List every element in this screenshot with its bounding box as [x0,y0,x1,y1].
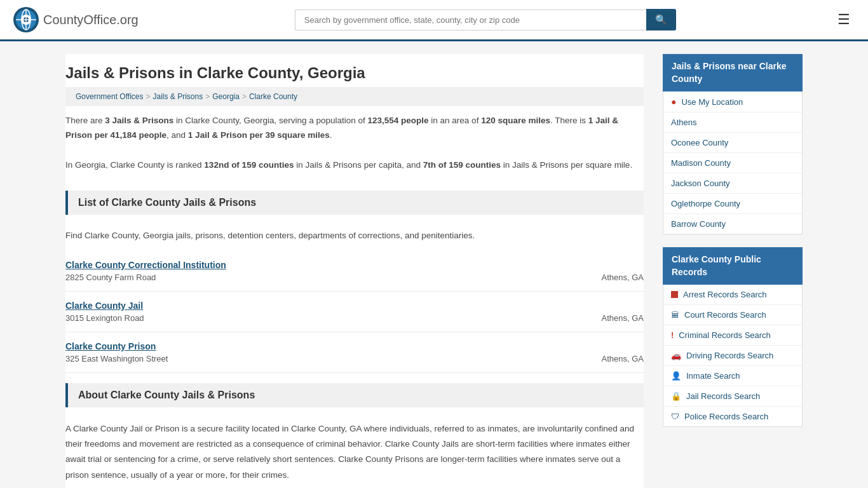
facility-address-2: 3015 Lexington Road Athens, GA [65,313,644,323]
search-bar: 🔍 [295,9,676,30]
content-area: Jails & Prisons in Clarke County, Georgi… [65,54,644,488]
oconee-link[interactable]: Oconee County [663,133,802,152]
intro-bold-6: 132nd of 159 counties [204,160,294,170]
intro-bold-3: 120 square miles [481,116,550,125]
logo-area: CountyOffice.org [13,6,139,33]
police-records-icon: 🛡 [671,412,679,421]
intro-bold-1: 3 Jails & Prisons [105,116,173,125]
nearby-section: Jails & Prisons near Clarke County ● Use… [663,54,803,234]
criminal-label: Criminal Records Search [679,330,771,340]
facility-item-2: Clarke County Jail 3015 Lexington Road A… [65,292,644,332]
nearby-title: Jails & Prisons near Clarke County [663,54,803,92]
intro-text-8: in Jails & Prisons per capita, and [294,160,423,170]
driving-label: Driving Records Search [686,351,773,360]
records-list: Arrest Records Search 🏛 Court Records Se… [663,285,803,427]
jackson-link[interactable]: Jackson County [663,173,802,193]
sidebar-item-court[interactable]: 🏛 Court Records Search [663,305,802,325]
police-records-label: Police Records Search [684,412,768,421]
records-title: Clarke County Public Records [663,247,803,285]
oconee-label: Oconee County [671,138,728,147]
facility-city-2: Athens, GA [602,313,644,323]
facility-street-1: 2825 County Farm Road [65,273,156,282]
intro-text-3: in an area of [429,116,482,125]
court-link[interactable]: 🏛 Court Records Search [663,305,802,325]
arrest-icon [671,291,678,298]
oglethorpe-link[interactable]: Oglethorpe County [663,194,802,214]
intro-bold-7: 7th of 159 counties [423,160,501,170]
breadcrumb-georgia[interactable]: Georgia [212,92,240,101]
sidebar-item-jackson[interactable]: Jackson County [663,173,802,194]
logo-office: Office.org [83,13,138,27]
breadcrumb-clarke-county[interactable]: Clarke County [249,92,297,101]
sidebar-item-police-records[interactable]: 🛡 Police Records Search [663,407,802,426]
list-section-header: List of Clarke County Jails & Prisons [65,191,644,215]
athens-link[interactable]: Athens [663,112,802,132]
logo-icon [13,6,39,33]
criminal-link[interactable]: ! Criminal Records Search [663,325,802,345]
driving-icon: 🚗 [671,351,681,360]
barrow-link[interactable]: Barrow County [663,214,802,234]
driving-link[interactable]: 🚗 Driving Records Search [663,346,802,365]
sidebar-item-oglethorpe[interactable]: Oglethorpe County [663,194,802,214]
arrest-link[interactable]: Arrest Records Search [663,285,802,304]
records-section: Clarke County Public Records Arrest Reco… [663,247,803,427]
madison-link[interactable]: Madison County [663,153,802,173]
intro-text-7: In Georgia, Clarke County is ranked [65,160,204,170]
nearby-list: ● Use My Location Athens Oconee County [663,92,803,234]
sidebar-item-arrest[interactable]: Arrest Records Search [663,285,802,305]
facility-street-2: 3015 Lexington Road [65,313,144,323]
search-input[interactable] [295,10,646,30]
facility-address-3: 325 East Washington Street Athens, GA [65,354,644,363]
intro-paragraph: There are 3 Jails & Prisons in Clarke Co… [65,106,644,151]
barrow-label: Barrow County [671,219,726,229]
search-button[interactable]: 🔍 [646,9,676,30]
main-layout: Jails & Prisons in Clarke County, Georgi… [53,41,815,488]
inmate-link[interactable]: 👤 Inmate Search [663,366,802,386]
jail-records-link[interactable]: 🔒 Jail Records Search [663,386,802,406]
sidebar-item-use-location[interactable]: ● Use My Location [663,92,802,112]
arrest-label: Arrest Records Search [683,290,767,299]
hamburger-icon: ☰ [837,11,850,27]
menu-button[interactable]: ☰ [832,9,855,30]
criminal-icon: ! [671,330,674,340]
sidebar-item-athens[interactable]: Athens [663,112,802,133]
court-label: Court Records Search [684,310,766,320]
location-icon: ● [671,97,676,107]
facility-item-3: Clarke County Prison 325 East Washington… [65,332,644,373]
about-section-header: About Clarke County Jails & Prisons [65,383,644,407]
intro-text-1: There are [65,116,105,125]
intro-text-2: in Clarke County, Georgia, serving a pop… [173,116,367,125]
facility-address-1: 2825 County Farm Road Athens, GA [65,273,644,282]
inmate-icon: 👤 [671,371,681,381]
sidebar-item-inmate[interactable]: 👤 Inmate Search [663,366,802,386]
intro-text-5: , and [166,130,188,140]
sidebar-item-driving[interactable]: 🚗 Driving Records Search [663,346,802,366]
facility-name-1[interactable]: Clarke County Correctional Institution [65,260,644,270]
jackson-label: Jackson County [671,179,730,188]
athens-label: Athens [671,118,696,127]
facility-city-1: Athens, GA [602,273,644,282]
list-description: Find Clarke County, Georgia jails, priso… [65,221,644,251]
sidebar-item-madison[interactable]: Madison County [663,153,802,173]
facility-name-2[interactable]: Clarke County Jail [65,301,644,311]
jail-records-icon: 🔒 [671,391,681,401]
search-icon: 🔍 [655,14,667,25]
madison-label: Madison County [671,158,731,168]
breadcrumb: Government Offices > Jails & Prisons > G… [65,87,644,106]
sidebar-item-criminal[interactable]: ! Criminal Records Search [663,325,802,346]
police-records-link[interactable]: 🛡 Police Records Search [663,407,802,426]
breadcrumb-gov-offices[interactable]: Government Offices [76,92,144,101]
facility-name-3[interactable]: Clarke County Prison [65,341,644,351]
sidebar: Jails & Prisons near Clarke County ● Use… [663,54,803,488]
sidebar-item-oconee[interactable]: Oconee County [663,133,802,153]
breadcrumb-jails-prisons[interactable]: Jails & Prisons [153,92,203,101]
intro-bold-2: 123,554 people [368,116,429,125]
breadcrumb-sep-1: > [146,92,151,101]
intro-paragraph-2: In Georgia, Clarke County is ranked 132n… [65,151,644,180]
page-title: Jails & Prisons in Clarke County, Georgi… [65,54,644,87]
breadcrumb-sep-3: > [242,92,247,101]
use-location-label: Use My Location [681,97,743,107]
sidebar-item-barrow[interactable]: Barrow County [663,214,802,234]
sidebar-item-jail-records[interactable]: 🔒 Jail Records Search [663,386,802,407]
use-location-link[interactable]: ● Use My Location [663,92,802,112]
